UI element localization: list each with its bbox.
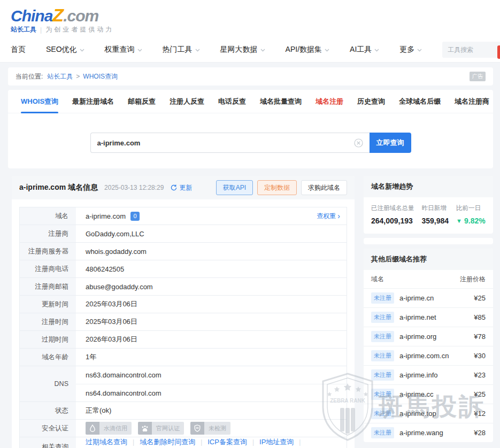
nav-item[interactable]: SEO优化 — [46, 45, 84, 55]
tagline-bold: 站长工具 — [11, 25, 36, 34]
tab-item[interactable]: 全球域名后缀 — [399, 90, 441, 113]
breadcrumb-separator: > — [76, 73, 80, 80]
table-row: 注册商服务器whois.godaddy.com — [20, 243, 347, 260]
action-button[interactable]: 求购此域名 — [301, 180, 347, 195]
suffix-row[interactable]: 未注册a-iprime.net¥85 — [364, 307, 493, 327]
trend-stat: 已注册域名总量264,009,193 — [371, 204, 414, 225]
suffix-row[interactable]: 未注册a-iprime.top¥12 — [364, 404, 493, 423]
tab-item[interactable]: 电话反查 — [218, 90, 246, 113]
table-row: 注册商邮箱abuse@godaddy.com — [20, 278, 347, 296]
dns-values: ns63.domaincontrol.comns64.domaincontrol… — [76, 366, 347, 401]
tab-item[interactable]: 域名批量查询 — [260, 90, 302, 113]
chevron-down-icon — [325, 49, 329, 52]
suffix-row[interactable]: 未注册a-iprime.org¥78 — [364, 327, 493, 346]
suffix-domain: a-iprime.wang — [399, 429, 443, 437]
suffix-price: ¥78 — [474, 333, 486, 341]
refresh-button[interactable]: 更新 — [171, 183, 192, 192]
related-link[interactable]: ICP备案查询 — [207, 437, 247, 447]
security-badge-label: 水滴信用 — [99, 422, 132, 435]
breadcrumb-link[interactable]: WHOIS查询 — [83, 72, 118, 81]
nav-item[interactable]: 更多 — [399, 45, 422, 55]
domain-value: a-iprime.com — [86, 212, 126, 220]
chevron-down-icon — [195, 49, 200, 52]
suffix-domain: a-iprime.top — [399, 410, 436, 418]
security-badge[interactable]: 水滴信用 — [86, 422, 132, 435]
related-link[interactable]: 过期域名查询 — [86, 437, 127, 447]
chinaz-logo[interactable]: ChinaZ.com — [11, 6, 489, 25]
row-label: 安全认证 — [20, 420, 76, 437]
query-button[interactable]: 立即查询 — [370, 133, 411, 153]
suffix-row[interactable]: 未注册a-iprime.cc¥25 — [364, 384, 493, 404]
link-separator: | — [252, 438, 254, 446]
nav-item[interactable]: 热门工具 — [163, 45, 200, 55]
tool-search-box[interactable] — [442, 42, 500, 58]
suffix-panel: 其他后缀域名推荐 域名 注册价格 未注册a-iprime.cn¥25未注册a-i… — [364, 249, 493, 442]
ad-badge: 广告 — [470, 72, 486, 81]
security-badge[interactable]: 未检测 — [190, 422, 230, 435]
unregistered-badge: 未注册 — [371, 350, 394, 361]
breadcrumb-link[interactable]: 站长工具 — [47, 72, 73, 81]
nav-item[interactable]: 首页 — [11, 45, 26, 55]
tab-active[interactable]: WHOIS查询 — [21, 90, 58, 113]
tab-item[interactable]: 最新注册域名 — [72, 90, 114, 113]
stat-value: 359,984 — [422, 217, 449, 225]
row-label: 注册商电话 — [20, 260, 76, 277]
nav-item[interactable]: 权重查询 — [105, 45, 142, 55]
tool-search-input[interactable] — [448, 46, 500, 53]
unregistered-badge: 未注册 — [371, 331, 394, 342]
table-row: DNSns63.domaincontrol.comns64.domaincont… — [20, 366, 347, 402]
related-link[interactable]: IP地址查询 — [259, 437, 294, 447]
row-value: abuse@godaddy.com — [76, 278, 347, 295]
link-separator: | — [299, 438, 301, 446]
floating-widget-edge[interactable] — [497, 45, 500, 59]
row-value: 4806242505 — [76, 260, 347, 277]
tab-item[interactable]: 域名注册商 — [455, 90, 489, 113]
action-button[interactable]: 获取API — [216, 180, 253, 195]
stat-label: 昨日新增 — [422, 204, 449, 212]
row-label: 注册商服务器 — [20, 243, 76, 260]
stat-value: 264,009,193 — [371, 217, 414, 225]
related-link[interactable]: 域名删除时间查询 — [140, 437, 195, 447]
chevron-down-icon — [260, 49, 265, 52]
chevron-down-icon — [137, 49, 142, 52]
tab-item[interactable]: 注册人反查 — [170, 90, 204, 113]
row-value: 过期域名查询|域名删除时间查询|ICP备案查询|IP地址查询|网站权重查询|SE… — [76, 437, 347, 448]
breadcrumb: 当前位置: 站长工具>WHOIS查询 广告 — [8, 67, 493, 86]
suffix-row[interactable]: 未注册a-iprime.cn¥25 — [364, 288, 493, 307]
table-row: 安全认证水滴信用官网认证未检测 — [20, 420, 347, 437]
row-value: 正常(ok) — [76, 402, 347, 419]
suffix-domain: a-iprime.cn — [399, 294, 434, 302]
domain-search-input[interactable] — [97, 139, 354, 147]
suffix-domain: a-iprime.net — [399, 313, 436, 321]
suffix-domain: a-iprime.info — [399, 371, 438, 379]
security-badge-label: 未检测 — [204, 422, 230, 435]
domain-search-box[interactable] — [90, 133, 370, 153]
tab-item[interactable]: 历史查询 — [357, 90, 385, 113]
row-label: DNS — [20, 366, 76, 401]
clear-icon[interactable] — [354, 138, 363, 148]
stat-percent: 9.82% — [464, 217, 486, 225]
action-button[interactable]: 定制数据 — [257, 180, 297, 195]
table-row: 域名a-iprime.com0查权重› — [20, 207, 347, 225]
nav-item[interactable]: API/数据集 — [286, 45, 329, 55]
nav-item[interactable]: AI工具 — [350, 45, 379, 55]
tab-item[interactable]: 邮箱反查 — [128, 90, 156, 113]
col-price-label: 注册价格 — [460, 275, 486, 284]
table-row: 注册时间2025年03月06日 — [20, 313, 347, 331]
suffix-row[interactable]: 未注册a-iprime.com.cn¥30 — [364, 346, 493, 365]
suffix-price: ¥25 — [474, 294, 486, 302]
logo-com: .com — [63, 7, 98, 25]
nav-item[interactable]: 星网大数据 — [220, 45, 265, 55]
suffix-domain: a-iprime.org — [399, 333, 436, 341]
check-weight-link[interactable]: 查权重› — [317, 212, 340, 221]
paw-icon — [138, 422, 152, 435]
tab-item[interactable]: 域名注册 — [316, 90, 343, 113]
stat-label: 比前一日 — [456, 204, 486, 212]
trend-stat: 比前一日▼9.82% — [456, 204, 486, 225]
main-nav: 首页SEO优化权重查询热门工具星网大数据API/数据集AI工具更多 — [8, 37, 492, 62]
security-badge[interactable]: 官网认证 — [138, 422, 184, 435]
suffix-row[interactable]: 未注册a-iprime.info¥23 — [364, 365, 493, 384]
row-label: 注册商邮箱 — [20, 278, 76, 295]
dns-value: ns63.domaincontrol.com — [76, 366, 347, 384]
suffix-row[interactable]: 未注册a-iprime.wang¥28 — [364, 423, 493, 442]
